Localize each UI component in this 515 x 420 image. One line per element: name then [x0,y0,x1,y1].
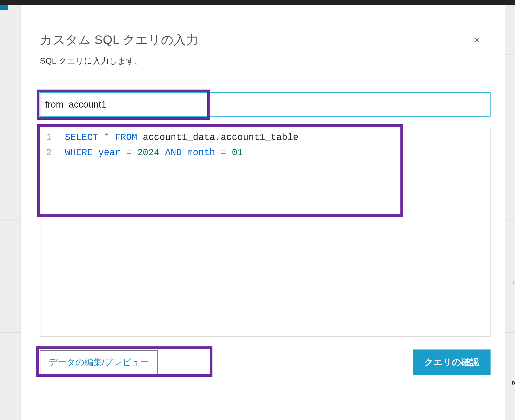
button-row: データの編集/プレビュー クエリの確認 [40,349,491,375]
bg-divider [0,219,21,220]
bg-divider [0,332,21,333]
background-text: L [513,281,515,285]
line-number: 1 [40,130,65,145]
line-content: SELECT * FROM account1_data.account1_tab… [65,130,490,145]
modal: カスタム SQL クエリの入力 SQL クエリに入力します。 × 1SELECT… [21,5,505,420]
line-number: 2 [40,145,65,160]
query-name-wrapper [40,92,491,117]
bg-divider [504,332,515,333]
bg-divider [504,54,515,55]
code-editor-wrapper: 1SELECT * FROM account1_data.account1_ta… [40,127,491,337]
line-content: WHERE year = 2024 AND month = 01 [65,145,490,160]
modal-subtitle: SQL クエリに入力します。 [40,55,199,67]
code-line: 1SELECT * FROM account1_data.account1_ta… [40,130,490,145]
background-text: D [512,381,515,386]
top-bar [0,0,515,5]
query-name-input[interactable] [40,92,491,117]
sql-code-editor[interactable]: 1SELECT * FROM account1_data.account1_ta… [40,127,491,337]
accent-bar [0,5,8,10]
confirm-query-button[interactable]: クエリの確認 [413,349,491,375]
edit-preview-button[interactable]: データの編集/プレビュー [40,350,158,374]
modal-header: カスタム SQL クエリの入力 SQL クエリに入力します。 × [40,32,505,92]
modal-title: カスタム SQL クエリの入力 [40,32,199,48]
bg-divider [504,219,515,220]
code-line: 2WHERE year = 2024 AND month = 01 [40,145,490,160]
close-icon[interactable]: × [474,34,480,46]
